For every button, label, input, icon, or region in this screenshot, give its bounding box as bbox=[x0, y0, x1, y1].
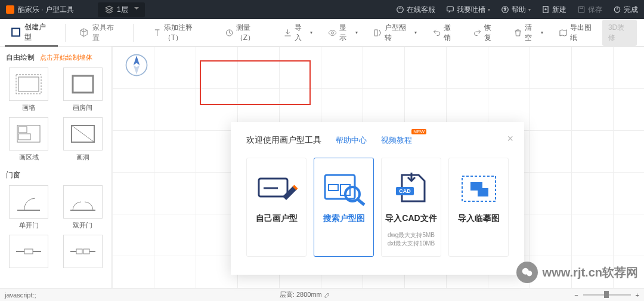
area-icon bbox=[14, 122, 44, 146]
feedback[interactable]: 我要吐槽 ▾ bbox=[446, 5, 490, 15]
svg-rect-17 bbox=[18, 127, 27, 133]
tool-measure[interactable]: 测量（Z） bbox=[220, 23, 273, 43]
new-badge: NEW bbox=[411, 129, 426, 134]
tool-import[interactable]: 导入▾ bbox=[278, 23, 318, 43]
svg-rect-27 bbox=[76, 249, 82, 254]
sb-draw-hole[interactable]: 画洞 bbox=[60, 117, 106, 162]
watermark: www.rjt.cn软荐网 bbox=[516, 262, 638, 283]
toolbar: 创建户型 家具布置 添加注释（T） 测量（Z） 导入▾ 显示▾ 户型翻转▾ bbox=[0, 19, 644, 47]
zoom-in-icon[interactable]: + bbox=[636, 291, 639, 299]
cad-sub: dwg最大支持5MB dxf最大支持10MB bbox=[388, 231, 435, 248]
svg-line-39 bbox=[358, 199, 364, 205]
svg-rect-6 bbox=[578, 7, 584, 12]
zoom-out-icon[interactable]: − bbox=[574, 291, 578, 299]
svg-rect-13 bbox=[16, 75, 41, 94]
tool-clear[interactable]: 清空▾ bbox=[509, 23, 548, 43]
text-icon bbox=[153, 28, 162, 38]
svg-rect-7 bbox=[580, 7, 583, 8]
status-bar: javascript:; 层高: 2800mm − + bbox=[0, 288, 644, 301]
edit-icon bbox=[324, 291, 331, 299]
svg-marker-31 bbox=[134, 56, 140, 65]
compass-icon[interactable] bbox=[124, 53, 149, 78]
chevron-down-icon: ▾ bbox=[488, 7, 490, 13]
question-icon: ? bbox=[501, 5, 509, 14]
svg-rect-2 bbox=[447, 7, 454, 11]
floor-value: 1层 bbox=[117, 5, 128, 15]
plus-file-icon bbox=[541, 5, 550, 14]
comment-icon bbox=[446, 5, 454, 14]
floor-height[interactable]: 层高: 2800mm bbox=[280, 290, 331, 299]
card-search-plan[interactable]: 搜索户型图 bbox=[314, 158, 374, 257]
sb-draw-room[interactable]: 画房间 bbox=[60, 67, 106, 112]
room-icon bbox=[68, 72, 98, 96]
tab-create-plan[interactable]: 创建户型 bbox=[5, 19, 58, 47]
link-video-tutorial[interactable]: 视频教程 NEW bbox=[381, 135, 412, 146]
tool-annotate[interactable]: 添加注释（T） bbox=[148, 23, 214, 43]
single-door-icon bbox=[14, 190, 44, 214]
tool-export[interactable]: 导出图纸 bbox=[554, 23, 602, 43]
status-js: javascript:; bbox=[5, 291, 36, 299]
power-icon bbox=[613, 5, 621, 14]
done[interactable]: 完成 bbox=[613, 5, 638, 15]
help-menu[interactable]: ? 帮助 ▾ bbox=[501, 5, 531, 15]
slot2-icon bbox=[68, 239, 98, 263]
import-icon bbox=[283, 28, 292, 38]
pencil-plan-icon bbox=[253, 170, 301, 206]
sb-draw-area[interactable]: 画区域 bbox=[6, 117, 52, 162]
headset-icon bbox=[396, 5, 404, 14]
modal-title: 欢迎使用画户型工具 bbox=[246, 135, 321, 146]
svg-text:?: ? bbox=[504, 7, 506, 11]
svg-marker-32 bbox=[134, 65, 140, 75]
svg-line-20 bbox=[72, 125, 94, 142]
cad-file-icon: CAD bbox=[388, 170, 435, 206]
group-doors: 门窗 bbox=[6, 170, 106, 180]
left-sidebar: 自由绘制 点击开始绘制墙体 画墙 画房间 画区域 画洞 bbox=[0, 47, 112, 288]
customer-service[interactable]: 在线客服 bbox=[396, 5, 435, 15]
save-file[interactable]: 保存 bbox=[577, 5, 602, 15]
sb-more-2[interactable] bbox=[60, 235, 106, 268]
svg-rect-36 bbox=[329, 185, 338, 191]
new-file[interactable]: 新建 bbox=[541, 5, 566, 15]
btn-3d-decorate[interactable]: 3D装修 bbox=[602, 20, 637, 46]
tool-flip[interactable]: 户型翻转▾ bbox=[369, 23, 422, 43]
link-help-center[interactable]: 帮助中心 bbox=[336, 135, 367, 146]
sb-double-door[interactable]: 双开门 bbox=[60, 185, 106, 230]
hole-icon bbox=[68, 122, 98, 146]
card-draw-yourself[interactable]: 自己画户型 bbox=[246, 158, 306, 257]
floor-select[interactable]: 1层 bbox=[98, 2, 145, 17]
canvas-area[interactable]: 欢迎使用画户型工具 帮助中心 视频教程 NEW × 自己画户型 搜索户 bbox=[112, 47, 644, 288]
svg-rect-14 bbox=[18, 77, 39, 91]
ruler-icon bbox=[225, 28, 234, 38]
svg-point-1 bbox=[397, 7, 404, 13]
close-icon[interactable]: × bbox=[507, 133, 513, 145]
chevron-down-icon: ▾ bbox=[528, 7, 531, 13]
card-import-cad[interactable]: CAD 导入CAD文件 dwg最大支持5MB dxf最大支持10MB bbox=[381, 158, 441, 257]
sb-single-door[interactable]: 单开门 bbox=[6, 185, 52, 230]
save-icon bbox=[577, 5, 586, 14]
tab-furniture[interactable]: 家具布置 bbox=[73, 19, 126, 47]
search-plan-icon bbox=[320, 170, 368, 206]
layers-icon bbox=[105, 5, 113, 14]
floorplan-icon bbox=[11, 27, 21, 38]
slot-icon bbox=[14, 239, 44, 263]
app-header: 酷家乐 · 户型工具 1层 在线客服 我要吐槽 ▾ ? 帮助 ▾ 新建 保存 完… bbox=[0, 0, 644, 19]
welcome-modal: 欢迎使用画户型工具 帮助中心 视频教程 NEW × 自己画户型 搜索户 bbox=[231, 122, 524, 275]
sb-draw-wall[interactable]: 画墙 bbox=[6, 67, 52, 112]
sb-more-1[interactable] bbox=[6, 235, 52, 268]
zoom-control[interactable]: − + bbox=[574, 291, 639, 299]
tool-redo[interactable]: 恢复 bbox=[468, 23, 503, 43]
svg-rect-15 bbox=[73, 76, 93, 93]
redo-icon bbox=[473, 28, 482, 38]
flip-icon bbox=[373, 28, 382, 38]
tool-undo[interactable]: 撤销 bbox=[428, 23, 462, 43]
card-import-trace[interactable]: 导入临摹图 bbox=[448, 158, 509, 257]
double-door-icon bbox=[68, 190, 98, 214]
svg-rect-28 bbox=[83, 249, 89, 254]
eye-icon bbox=[328, 28, 337, 38]
svg-rect-18 bbox=[18, 134, 30, 140]
tool-display[interactable]: 显示▾ bbox=[323, 23, 363, 43]
logo-icon bbox=[6, 5, 14, 14]
map-icon bbox=[559, 28, 568, 38]
zoom-slider[interactable] bbox=[583, 294, 631, 296]
undo-icon bbox=[432, 28, 441, 38]
